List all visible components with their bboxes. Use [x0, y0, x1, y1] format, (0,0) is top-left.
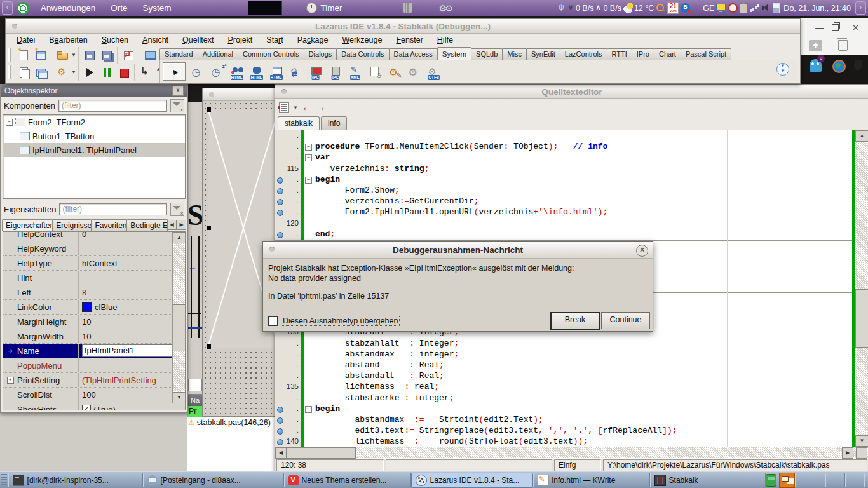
code-line[interactable]: 115 verzeichnis: string;: [275, 163, 855, 174]
view-units-button[interactable]: [15, 64, 32, 81]
component-gear-utf8-button[interactable]: UTF8: [426, 64, 442, 80]
palette-tab-common-controls[interactable]: Common Controls: [238, 48, 304, 60]
oi-tree-item-form2[interactable]: −Form2: TForm2: [3, 115, 185, 129]
panel-menu-orte[interactable]: Orte: [111, 3, 127, 13]
tab-scroll-right-icon[interactable]: ▶: [177, 220, 186, 230]
tray-weather[interactable]: 12 °C: [623, 3, 654, 13]
prop-row-scrolldist[interactable]: ScrollDist100: [3, 388, 172, 402]
editor-hscrollbar[interactable]: ◀ ▶: [275, 447, 868, 458]
inspector-tab-bedingte-e[interactable]: Bedingte E: [126, 219, 168, 231]
scroll-left-icon[interactable]: ◀: [275, 447, 287, 459]
properties-filter-input[interactable]: (filter): [59, 203, 167, 215]
scroll-right-icon[interactable]: ▶: [842, 447, 853, 459]
prop-row-helptype[interactable]: HelpTypehtContext: [3, 256, 172, 271]
component-page-html-button[interactable]: HTML: [268, 64, 284, 80]
prop-row-left[interactable]: Left8: [3, 285, 172, 300]
workspace-2[interactable]: [795, 473, 825, 487]
ignore-exception-label[interactable]: Diesen Ausnahmetyp übergehen: [281, 316, 400, 326]
oi-tree-item-button1[interactable]: Button1: TButton: [3, 129, 185, 143]
tray-arrow-up[interactable]: 0 B/s: [595, 3, 621, 13]
chevron-down-icon[interactable]: ▼: [71, 69, 76, 75]
code-line[interactable]: . verzeichnis:=GetCurrentDir;: [275, 196, 855, 207]
gnome-foot-icon[interactable]: [854, 60, 862, 70]
menu-werkzeuge[interactable]: Werkzeuge: [336, 34, 388, 46]
menu-package[interactable]: Package: [292, 34, 334, 46]
palette-tab-sqldb[interactable]: SQLdb: [471, 48, 503, 60]
palette-overflow-button[interactable]: ▼▼: [776, 63, 789, 76]
workspace-3[interactable]: [825, 473, 844, 487]
code-line[interactable]: . Form2.IpHtmlPanel1.openURL(verzeichnis…: [275, 207, 855, 217]
selection-handle[interactable]: [207, 107, 211, 112]
tray-arrow-down[interactable]: 0 B/s: [568, 3, 594, 13]
selection-handle[interactable]: [207, 344, 211, 349]
panel-clock[interactable]: Do, 21. Jun., 21:40: [783, 4, 851, 13]
palette-tab-ipro[interactable]: IPro: [632, 48, 654, 60]
code-line[interactable]: .begin: [275, 174, 855, 185]
menu-start[interactable]: Start: [261, 34, 288, 46]
continue-button[interactable]: Continue: [601, 312, 650, 329]
component-gear-sync-button[interactable]: [288, 64, 304, 80]
scroll-down-icon[interactable]: ▼: [855, 435, 868, 447]
expand-icon[interactable]: +: [7, 377, 14, 384]
new-form-button[interactable]: [32, 47, 49, 64]
prop-value-editor[interactable]: IpHtmlPanel1: [82, 344, 172, 357]
task-stabkalk[interactable]: Stabkalk: [650, 473, 766, 487]
globe-icon[interactable]: [832, 60, 846, 73]
tray-alarm-clock[interactable]: [728, 3, 738, 13]
palette-tab-data-controls[interactable]: Data Controls: [336, 48, 389, 60]
menu-fenster[interactable]: Fenster: [390, 34, 428, 46]
tab-scroll-left-icon[interactable]: ◀: [167, 220, 177, 230]
tray-volume[interactable]: [761, 3, 771, 13]
code-line[interactable]: .end;: [275, 229, 855, 240]
panel-collapse-icon[interactable]: ‹: [2, 1, 13, 15]
component-scheduler-button[interactable]: [367, 64, 383, 80]
prop-row-linkcolor[interactable]: LinkColorclBlue: [3, 300, 172, 315]
tray-clipboard[interactable]: [740, 3, 748, 13]
component-idle-timer-button[interactable]: [209, 64, 225, 80]
chevron-down-icon[interactable]: ▼: [293, 105, 298, 111]
tray-battery[interactable]: [773, 3, 780, 13]
timer-label[interactable]: Timer: [321, 3, 342, 13]
scroll-down-icon[interactable]: ▼: [173, 392, 186, 403]
distro-logo-icon[interactable]: [17, 2, 29, 15]
taskbar-handle[interactable]: [1, 474, 7, 487]
tray-network-signal[interactable]: [557, 3, 566, 13]
prop-row-hint[interactable]: Hint: [3, 271, 172, 285]
new-unit-button[interactable]: [15, 47, 32, 64]
selection-handle[interactable]: [207, 226, 211, 230]
menu-hilfe[interactable]: Hilfe: [431, 34, 459, 46]
task-dirk-dirk-inspiron-35[interactable]: [dirk@dirk-Inspiron-35...: [8, 473, 143, 487]
code-line[interactable]: . abstandmax : integer;: [275, 349, 855, 360]
close-icon[interactable]: ✕: [852, 23, 859, 32]
close-icon[interactable]: ✕: [636, 245, 648, 257]
code-line[interactable]: .: [275, 130, 855, 141]
component-xml-config-button[interactable]: XML: [347, 64, 363, 80]
timer-icon[interactable]: [306, 3, 317, 13]
break-button[interactable]: Break: [550, 312, 600, 330]
menu-ansicht[interactable]: Ansicht: [137, 34, 174, 46]
palette-tab-lazcontrols[interactable]: LazControls: [560, 48, 607, 60]
scrollbar-thumb[interactable]: [173, 304, 186, 351]
prop-row-name[interactable]: NameIpHtmlPanel1: [3, 344, 172, 358]
task-posteingang-dl8aax[interactable]: [Posteingang - dl8aax...: [143, 473, 284, 487]
prop-row-printsetting[interactable]: +PrintSetting(TIpHtmlPrintSetting: [3, 373, 172, 388]
save-button[interactable]: [81, 47, 98, 64]
source-editor-titlebar[interactable]: Quelltexteditor: [275, 85, 868, 99]
code-line[interactable]: . abstand : Real;: [275, 360, 855, 370]
system-monitor-applet[interactable]: [248, 1, 282, 15]
collapse-icon[interactable]: −: [6, 119, 13, 126]
step-into-button[interactable]: [137, 64, 154, 81]
code-line[interactable]: . stabstaerke : integer;: [275, 393, 855, 403]
code-line[interactable]: . edit3.text:= Stringreplace(edit3.text,…: [275, 425, 855, 436]
tray-magnifier[interactable]: [656, 3, 665, 13]
editor-tab-stabkalk[interactable]: stabkalk: [278, 116, 320, 130]
palette-tab-chart[interactable]: Chart: [654, 48, 681, 60]
scroll-corner[interactable]: [856, 447, 867, 459]
jump-history-icon[interactable]: [279, 102, 289, 113]
palette-tab-dialogs[interactable]: Dialogs: [304, 48, 337, 60]
filter-funnel-icon[interactable]: [170, 203, 184, 216]
menu-quelltext[interactable]: Quelltext: [177, 34, 219, 46]
menu-suchen[interactable]: Suchen: [96, 34, 134, 46]
code-line[interactable]: . abstandmax := Strtoint(edit2.Text);: [275, 414, 855, 425]
prop-row-showhints[interactable]: ShowHints✓(True): [3, 402, 172, 410]
